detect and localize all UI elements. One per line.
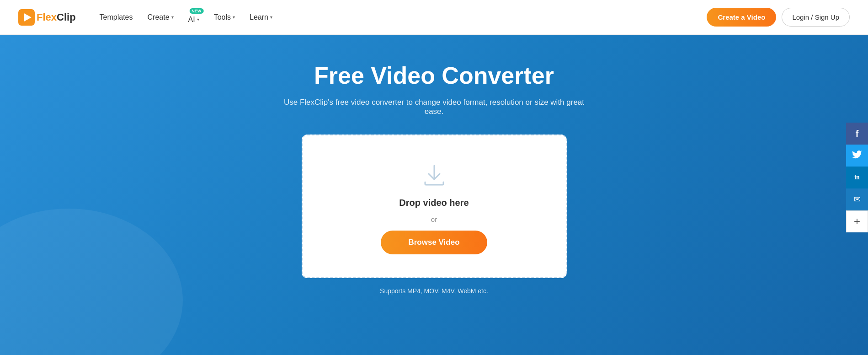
drop-video-text: Drop video here [399, 198, 469, 208]
linkedin-icon: in [854, 174, 860, 181]
hero-title: Free Video Converter [314, 62, 554, 90]
nav-item-ai-label: AI [188, 16, 195, 24]
nav-right: Create a Video Login / Sign Up [707, 8, 850, 27]
chevron-down-icon: ▾ [197, 17, 199, 22]
nav-item-tools[interactable]: Tools ▾ [208, 10, 240, 25]
more-share-button[interactable]: + [846, 210, 868, 232]
nav-item-learn-label: Learn [250, 13, 268, 22]
social-sidebar: f in ✉ + [846, 123, 868, 232]
logo[interactable]: FlexClip [18, 9, 76, 26]
nav-item-ai[interactable]: NEW AI ▾ [183, 7, 205, 27]
nav-menu: Templates Create ▾ NEW AI ▾ Tools ▾ Lear… [94, 7, 707, 27]
new-badge: NEW [189, 8, 203, 14]
chevron-down-icon: ▾ [270, 15, 272, 20]
create-video-button[interactable]: Create a Video [707, 8, 776, 27]
nav-item-tools-label: Tools [214, 13, 231, 22]
facebook-share-button[interactable]: f [846, 123, 868, 145]
navbar: FlexClip Templates Create ▾ NEW AI ▾ Too… [0, 0, 868, 35]
drop-zone[interactable]: Drop video here or Browse Video [302, 134, 567, 278]
plus-icon: + [854, 215, 860, 228]
email-share-button[interactable]: ✉ [846, 188, 868, 210]
facebook-icon: f [856, 129, 859, 139]
login-signup-button[interactable]: Login / Sign Up [782, 8, 850, 27]
nav-item-templates[interactable]: Templates [94, 10, 138, 25]
browse-video-button[interactable]: Browse Video [381, 231, 487, 254]
twitter-icon [852, 151, 862, 161]
chevron-down-icon: ▾ [233, 15, 235, 20]
hero-subtitle: Use FlexClip's free video converter to c… [274, 98, 594, 116]
logo-wordmark: FlexClip [37, 11, 76, 23]
supports-formats-text: Supports MP4, MOV, M4V, WebM etc. [380, 287, 488, 295]
nav-item-create[interactable]: Create ▾ [142, 10, 179, 25]
nav-item-create-label: Create [148, 13, 170, 22]
logo-icon [18, 9, 35, 26]
email-icon: ✉ [854, 194, 861, 204]
upload-icon [421, 163, 447, 190]
nav-item-learn[interactable]: Learn ▾ [244, 10, 278, 25]
hero-section: Free Video Converter Use FlexClip's free… [0, 35, 868, 355]
chevron-down-icon: ▾ [171, 15, 174, 20]
twitter-share-button[interactable] [846, 145, 868, 167]
nav-item-templates-label: Templates [100, 13, 133, 22]
drop-or-text: or [431, 215, 437, 223]
linkedin-share-button[interactable]: in [846, 167, 868, 188]
